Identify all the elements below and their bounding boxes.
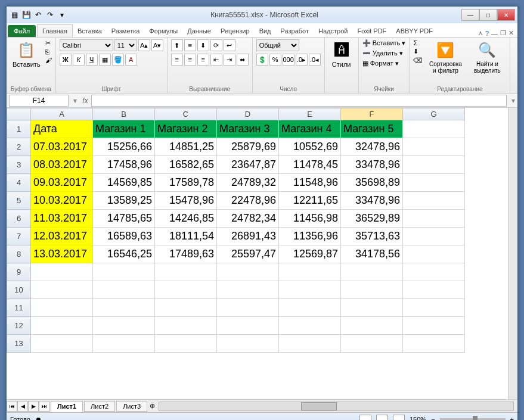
orientation-button[interactable]: ⟳ <box>210 39 222 51</box>
doc-minimize-icon[interactable]: — <box>491 30 498 37</box>
cell[interactable] <box>217 299 279 317</box>
doc-close-icon[interactable]: ✕ <box>509 29 514 37</box>
formula-input[interactable] <box>91 95 507 107</box>
ribbon-tab-рецензир[interactable]: Рецензир <box>216 25 255 37</box>
cell[interactable] <box>279 281 341 299</box>
ribbon-tab-разработ[interactable]: Разработ <box>276 25 314 37</box>
select-all-corner[interactable] <box>7 108 31 120</box>
row-header[interactable]: 1 <box>7 120 31 138</box>
zoom-slider[interactable] <box>440 418 506 421</box>
name-box-dropdown-icon[interactable]: ▾ <box>71 97 79 105</box>
copy-button[interactable]: ⎘ <box>45 48 52 55</box>
cell[interactable]: Магазин 5 <box>341 120 403 138</box>
cell[interactable] <box>279 299 341 317</box>
cell[interactable] <box>31 281 93 299</box>
row-header[interactable]: 7 <box>7 228 31 245</box>
comma-button[interactable]: 000 <box>283 54 294 66</box>
font-size-select[interactable]: 11 <box>114 39 137 51</box>
cell[interactable] <box>341 263 403 281</box>
cell[interactable] <box>93 281 155 299</box>
cell[interactable] <box>403 228 465 245</box>
cell[interactable]: 17589,78 <box>155 174 217 192</box>
decrease-decimal-button[interactable]: .0◂ <box>309 54 321 66</box>
underline-button[interactable]: Ч <box>86 54 98 66</box>
row-header[interactable]: 6 <box>7 210 31 228</box>
decrease-font-button[interactable]: A▾ <box>151 39 163 51</box>
cell[interactable]: 13589,25 <box>93 192 155 210</box>
undo-icon[interactable]: ↶ <box>33 10 44 20</box>
sheet-nav-prev-button[interactable]: ◀ <box>17 401 28 412</box>
row-header[interactable]: 10 <box>7 281 31 299</box>
horizontal-scrollbar[interactable] <box>159 402 514 411</box>
cell[interactable]: 36529,89 <box>341 210 403 228</box>
cell[interactable]: 11548,96 <box>279 174 341 192</box>
cell[interactable] <box>403 281 465 299</box>
sheet-nav-last-button[interactable]: ⏭ <box>39 401 49 412</box>
zoom-in-button[interactable]: + <box>510 416 514 421</box>
align-middle-button[interactable]: ≡ <box>184 39 196 51</box>
cell[interactable] <box>341 317 403 335</box>
cell[interactable]: 14246,85 <box>155 210 217 228</box>
cell[interactable] <box>217 281 279 299</box>
cell[interactable]: 25597,47 <box>217 245 279 263</box>
cell[interactable]: 14785,65 <box>93 210 155 228</box>
row-header[interactable]: 5 <box>7 192 31 210</box>
ribbon-tab-формулы[interactable]: Формулы <box>144 25 182 37</box>
column-header[interactable]: C <box>155 108 217 120</box>
ribbon-tab-foxit pdf[interactable]: Foxit PDF <box>352 25 391 37</box>
row-header[interactable]: 4 <box>7 174 31 192</box>
cell[interactable] <box>279 335 341 353</box>
cell[interactable]: Магазин 1 <box>93 120 155 138</box>
vertical-scrollbar[interactable] <box>508 108 517 399</box>
italic-button[interactable]: К <box>73 54 85 66</box>
cell[interactable]: Дата <box>31 120 93 138</box>
cell[interactable]: 17489,63 <box>155 245 217 263</box>
cell[interactable] <box>217 317 279 335</box>
cell[interactable] <box>403 335 465 353</box>
new-sheet-button[interactable]: ⊕ <box>150 402 155 410</box>
cell[interactable]: Магазин 3 <box>217 120 279 138</box>
cell[interactable]: 16546,25 <box>93 245 155 263</box>
cell[interactable]: Магазин 4 <box>279 120 341 138</box>
cut-button[interactable]: ✂ <box>45 39 52 47</box>
paste-button[interactable]: 📋 Вставить <box>10 39 43 69</box>
column-header[interactable]: E <box>279 108 341 120</box>
increase-decimal-button[interactable]: .0▸ <box>296 54 308 66</box>
cell[interactable]: Магазин 2 <box>155 120 217 138</box>
number-format-select[interactable]: Общий <box>256 39 299 51</box>
cell[interactable]: 10.03.2017 <box>31 192 93 210</box>
cell[interactable]: 14569,85 <box>93 174 155 192</box>
cell[interactable] <box>403 263 465 281</box>
bold-button[interactable]: Ж <box>60 54 72 66</box>
wrap-text-button[interactable]: ↩ <box>224 39 235 51</box>
cell[interactable]: 11356,96 <box>279 228 341 245</box>
cell[interactable] <box>93 335 155 353</box>
cell[interactable] <box>403 245 465 263</box>
worksheet-grid[interactable]: ABCDEFG1ДатаМагазин 1Магазин 2Магазин 3М… <box>7 108 508 399</box>
normal-view-button[interactable] <box>359 415 371 421</box>
cell[interactable]: 33478,96 <box>341 192 403 210</box>
cell[interactable]: 08.03.2017 <box>31 156 93 174</box>
row-header[interactable]: 13 <box>7 335 31 353</box>
cell[interactable]: 25879,69 <box>217 138 279 156</box>
expand-formula-bar-icon[interactable]: ▾ <box>509 97 517 105</box>
row-header[interactable]: 3 <box>7 156 31 174</box>
cell[interactable]: 16582,65 <box>155 156 217 174</box>
cell[interactable] <box>279 317 341 335</box>
align-right-button[interactable]: ≡ <box>197 54 209 66</box>
sheet-tab[interactable]: Лист1 <box>51 401 83 412</box>
ribbon-tab-вставка[interactable]: Вставка <box>73 25 107 37</box>
cell[interactable]: 07.03.2017 <box>31 138 93 156</box>
sort-filter-button[interactable]: 🔽 Сортировка и фильтр <box>425 39 466 75</box>
ribbon-tab-данные[interactable]: Данные <box>182 25 216 37</box>
cell[interactable]: 14851,25 <box>155 138 217 156</box>
close-button[interactable]: ✕ <box>497 9 515 21</box>
cell[interactable]: 11.03.2017 <box>31 210 93 228</box>
file-tab[interactable]: Файл <box>8 25 36 37</box>
sheet-nav-next-button[interactable]: ▶ <box>28 401 39 412</box>
font-name-select[interactable]: Calibri <box>60 39 113 51</box>
page-layout-view-button[interactable] <box>376 415 388 421</box>
cell[interactable]: 15478,96 <box>155 192 217 210</box>
cell[interactable]: 24782,34 <box>217 210 279 228</box>
cell[interactable]: 13.03.2017 <box>31 245 93 263</box>
